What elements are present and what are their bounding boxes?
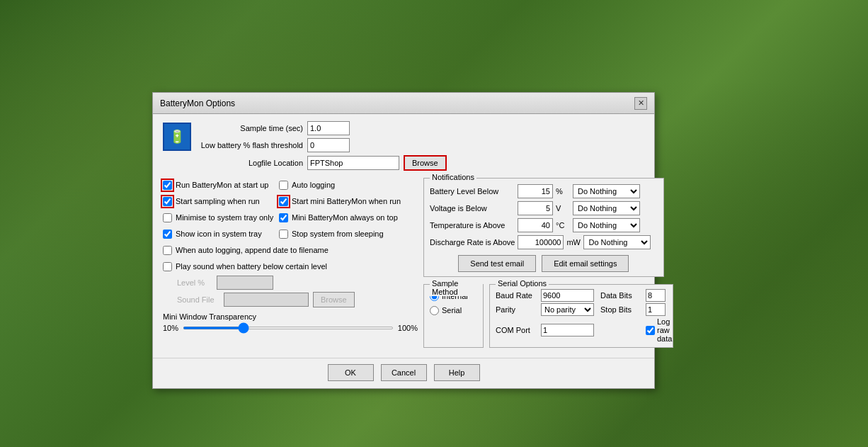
low-battery-row: Low battery % flash threshold (197, 138, 644, 152)
run-batterymon-row: Run BatteryMon at start up (163, 178, 276, 192)
parity-label: Parity (496, 305, 538, 314)
run-batterymon-checkbox[interactable] (163, 181, 172, 190)
browse-button[interactable]: Browse (404, 155, 447, 171)
logfile-input[interactable] (307, 156, 399, 170)
col-checks-right: Auto logging Start mini BatteryMon when … (279, 178, 401, 241)
discharge-label: Discharge Rate is Above (430, 238, 515, 247)
baud-rate-input[interactable] (541, 289, 594, 302)
start-mini-checkbox[interactable] (279, 197, 288, 206)
stop-sleeping-checkbox[interactable] (279, 230, 288, 239)
stop-bits-label: Stop Bits (600, 305, 643, 314)
sound-file-row: Sound File Browse (177, 292, 418, 307)
discharge-row: Discharge Rate is Above mW Do Nothing Se… (430, 234, 658, 251)
temperature-input[interactable] (518, 218, 553, 232)
append-date-label: When auto logging, append date to filena… (176, 246, 329, 254)
fields-area: Sample time (sec) Low battery % flash th… (197, 121, 644, 171)
discharge-input[interactable] (518, 235, 564, 249)
left-panel: Run BatteryMon at start up Start samplin… (163, 178, 418, 348)
voltage-row: Voltage is Below V Do Nothing Send Email… (430, 200, 658, 217)
play-sound-label: Play sound when battery below certain le… (176, 262, 327, 271)
app-icon: 🔋 (163, 123, 191, 151)
level-row: Level % (177, 276, 418, 290)
level-input (217, 276, 273, 290)
cancel-button[interactable]: Cancel (381, 364, 427, 381)
voltage-unit: V (556, 204, 570, 213)
discharge-unit: mW (566, 238, 581, 247)
temperature-row: Temperature is Above °C Do Nothing Send … (430, 217, 658, 234)
main-body: Run BatteryMon at start up Start samplin… (163, 178, 644, 348)
serial-radio[interactable] (430, 306, 439, 315)
start-mini-row: Start mini BatteryMon when run (279, 194, 401, 208)
close-button[interactable]: ✕ (634, 97, 647, 110)
browse-sound-button: Browse (313, 292, 355, 307)
auto-logging-row: Auto logging (279, 178, 401, 192)
com-port-input[interactable] (541, 324, 594, 336)
logfile-row: Logfile Location Browse (197, 155, 644, 171)
battery-level-input[interactable] (518, 184, 553, 198)
trans-right-label: 100% (398, 324, 418, 332)
ok-button[interactable]: OK (328, 364, 374, 381)
data-bits-label: Data Bits (600, 291, 643, 300)
low-battery-label: Low battery % flash threshold (197, 141, 303, 149)
sample-method-group: Sample Method Internal Serial (423, 284, 484, 348)
dialog-titlebar: BatteryMon Options ✕ (153, 93, 654, 114)
logfile-label: Logfile Location (197, 159, 303, 167)
minimise-tray-label: Minimise to system tray only (176, 213, 273, 222)
temperature-unit: °C (556, 221, 570, 230)
send-test-button[interactable]: Send test email (458, 255, 536, 272)
dialog: BatteryMon Options ✕ 🔋 Sample time (sec)… (152, 92, 655, 389)
sound-file-label: Sound File (177, 295, 219, 304)
mini-always-top-checkbox[interactable] (279, 213, 288, 222)
baud-rate-label: Baud Rate (496, 291, 538, 300)
edit-email-button[interactable]: Edit email settings (542, 255, 629, 272)
minimise-tray-row: Minimise to system tray only (163, 210, 276, 225)
minimise-tray-checkbox[interactable] (163, 213, 172, 222)
log-raw-row: Log raw data (646, 317, 667, 343)
auto-logging-label: Auto logging (292, 181, 335, 189)
start-sampling-checkbox[interactable] (163, 197, 172, 206)
temperature-dropdown[interactable]: Do Nothing Send Email Play Sound Shutdow… (573, 218, 640, 232)
sample-time-input[interactable] (307, 121, 350, 135)
play-sound-checkbox[interactable] (163, 262, 172, 271)
transparency-slider[interactable] (183, 327, 394, 329)
right-panel: Notifications Battery Level Below % Do N… (423, 178, 664, 348)
show-icon-checkbox[interactable] (163, 230, 172, 239)
stop-bits-input[interactable] (646, 303, 666, 316)
trans-left-label: 10% (163, 324, 178, 332)
transparency-row: 10% 100% (163, 324, 418, 332)
serial-options-title: Serial Options (496, 279, 549, 288)
two-col-checks: Run BatteryMon at start up Start samplin… (163, 178, 418, 241)
transparency-title: Mini Window Transparency (163, 312, 418, 321)
dialog-title: BatteryMon Options (160, 98, 235, 108)
discharge-dropdown[interactable]: Do Nothing Send Email Play Sound Shutdow… (583, 235, 651, 249)
auto-logging-checkbox[interactable] (279, 181, 288, 190)
dialog-footer: OK Cancel Help (153, 358, 654, 388)
parity-select[interactable]: No parity Odd Even (541, 303, 594, 316)
help-button[interactable]: Help (434, 364, 480, 381)
top-row: 🔋 Sample time (sec) Low battery % flash … (163, 121, 644, 171)
serial-grid: Baud Rate Data Bits Parity No parity Odd… (496, 289, 667, 343)
data-bits-input[interactable] (646, 289, 666, 302)
serial-options-group: Serial Options Baud Rate Data Bits Parit… (489, 284, 673, 348)
battery-icon: 🔋 (169, 129, 185, 145)
col-checks-left: Run BatteryMon at start up Start samplin… (163, 178, 276, 241)
voltage-dropdown[interactable]: Do Nothing Send Email Play Sound Shutdow… (573, 201, 640, 215)
voltage-input[interactable] (518, 201, 553, 215)
serial-radio-row: Serial (430, 303, 477, 317)
battery-level-dropdown[interactable]: Do Nothing Send Email Play Sound Shutdow… (573, 184, 640, 198)
battery-level-row: Battery Level Below % Do Nothing Send Em… (430, 183, 658, 200)
show-icon-label: Show icon in system tray (176, 230, 262, 238)
log-raw-checkbox[interactable] (646, 326, 655, 335)
notifications-group: Notifications Battery Level Below % Do N… (423, 178, 664, 277)
bottom-row: Sample Method Internal Serial Serial Opt… (423, 284, 664, 348)
serial-label: Serial (442, 306, 462, 315)
low-battery-input[interactable] (307, 138, 350, 152)
notifications-title: Notifications (430, 173, 476, 181)
transparency-section: Mini Window Transparency 10% 100% (163, 312, 418, 332)
append-date-row: When auto logging, append date to filena… (163, 243, 418, 257)
dialog-content: 🔋 Sample time (sec) Low battery % flash … (153, 114, 654, 355)
com-port-label: COM Port (496, 326, 538, 334)
run-batterymon-label: Run BatteryMon at start up (176, 181, 268, 189)
append-date-checkbox[interactable] (163, 246, 172, 255)
voltage-label: Voltage is Below (430, 204, 515, 213)
